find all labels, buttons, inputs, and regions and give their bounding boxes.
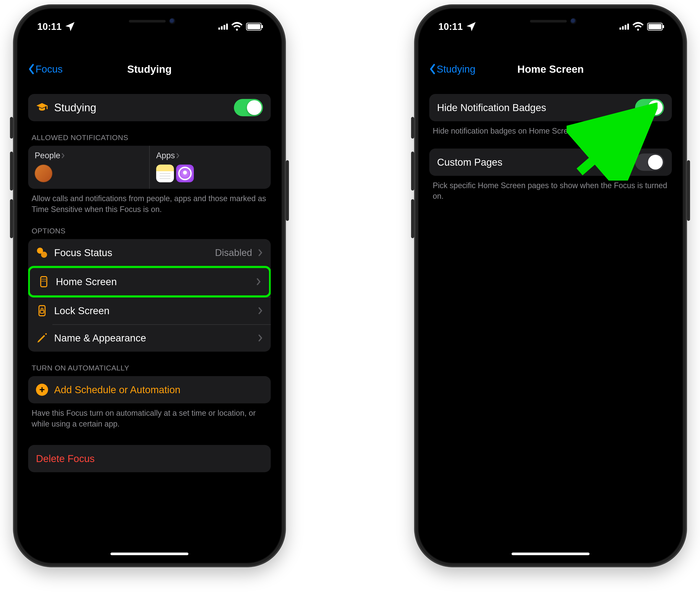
status-time: 10:11 <box>438 21 463 32</box>
delete-focus-label: Delete Focus <box>36 453 263 464</box>
chevron-right-icon <box>256 278 261 286</box>
lock-screen-icon <box>36 305 48 317</box>
battery-icon <box>647 23 663 31</box>
focus-status-label: Focus Status <box>54 247 209 258</box>
podcasts-app-icon <box>176 165 194 182</box>
home-screen-label: Home Screen <box>56 276 250 287</box>
page-title: Home Screen <box>517 63 584 75</box>
automation-header: TURN ON AUTOMATICALLY <box>28 364 271 376</box>
svg-point-8 <box>45 281 46 282</box>
battery-icon <box>246 23 262 31</box>
status-time: 10:11 <box>37 21 62 32</box>
add-automation-label: Add Schedule or Automation <box>54 384 263 396</box>
allowed-apps[interactable]: Apps <box>149 146 271 189</box>
plus-icon: + <box>36 384 48 396</box>
svg-rect-10 <box>40 310 44 313</box>
add-automation-row[interactable]: + Add Schedule or Automation <box>28 376 271 403</box>
delete-focus-row[interactable]: Delete Focus <box>28 445 271 472</box>
cell-signal-icon <box>218 24 228 30</box>
focus-status-icon <box>36 247 48 259</box>
automation-footer: Have this Focus turn on automatically at… <box>28 403 271 429</box>
chevron-right-icon <box>61 153 65 159</box>
cell-signal-icon <box>619 24 629 30</box>
nav-bar: Studying Home Screen <box>421 57 680 81</box>
back-button[interactable]: Studying <box>429 63 475 75</box>
options-header: OPTIONS <box>28 227 271 239</box>
svg-point-7 <box>43 281 45 282</box>
lock-screen-row[interactable]: Lock Screen <box>28 297 271 324</box>
nav-bar: Focus Studying <box>20 57 279 81</box>
chevron-right-icon <box>258 334 263 342</box>
annotation-arrow <box>567 103 657 180</box>
focus-name: Studying <box>54 101 228 114</box>
allowed-people-label: People <box>35 151 60 160</box>
svg-point-6 <box>42 281 43 282</box>
svg-point-4 <box>43 279 45 280</box>
notch <box>494 12 607 29</box>
focus-status-detail: Disabled <box>215 247 252 258</box>
wifi-icon <box>231 21 243 33</box>
chevron-right-icon <box>258 307 263 315</box>
back-label: Focus <box>35 63 63 75</box>
lock-screen-label: Lock Screen <box>54 305 252 316</box>
wifi-icon <box>632 21 644 33</box>
focus-status-row[interactable]: Focus Status Disabled <box>28 239 271 266</box>
allowed-footer: Allow calls and notifications from peopl… <box>28 189 271 215</box>
chevron-left-icon <box>28 63 35 75</box>
home-indicator[interactable] <box>511 552 590 555</box>
allowed-people[interactable]: People <box>28 146 149 189</box>
home-screen-icon <box>38 276 50 288</box>
chevron-right-icon <box>258 249 263 257</box>
svg-point-1 <box>41 252 47 258</box>
notes-app-icon <box>156 165 174 182</box>
name-appearance-row[interactable]: Name & Appearance <box>28 324 271 351</box>
svg-point-5 <box>45 279 46 280</box>
graduation-cap-icon <box>36 102 48 114</box>
home-screen-row[interactable]: Home Screen <box>28 266 271 298</box>
name-appearance-label: Name & Appearance <box>54 332 252 344</box>
svg-line-11 <box>580 113 647 172</box>
notch <box>93 12 206 29</box>
back-label: Studying <box>437 63 475 75</box>
home-indicator[interactable] <box>110 552 189 555</box>
location-icon <box>64 21 76 33</box>
focus-toggle-row: Studying <box>28 94 271 121</box>
focus-toggle[interactable] <box>234 99 263 116</box>
pencil-icon <box>36 332 48 344</box>
allowed-header: ALLOWED NOTIFICATIONS <box>28 133 271 146</box>
chevron-right-icon <box>176 153 180 159</box>
contact-avatar <box>35 165 52 182</box>
location-icon <box>465 21 477 33</box>
page-title: Studying <box>127 63 171 75</box>
svg-point-3 <box>42 279 43 280</box>
allowed-apps-label: Apps <box>156 151 175 160</box>
chevron-left-icon <box>429 63 436 75</box>
back-button[interactable]: Focus <box>28 63 63 75</box>
